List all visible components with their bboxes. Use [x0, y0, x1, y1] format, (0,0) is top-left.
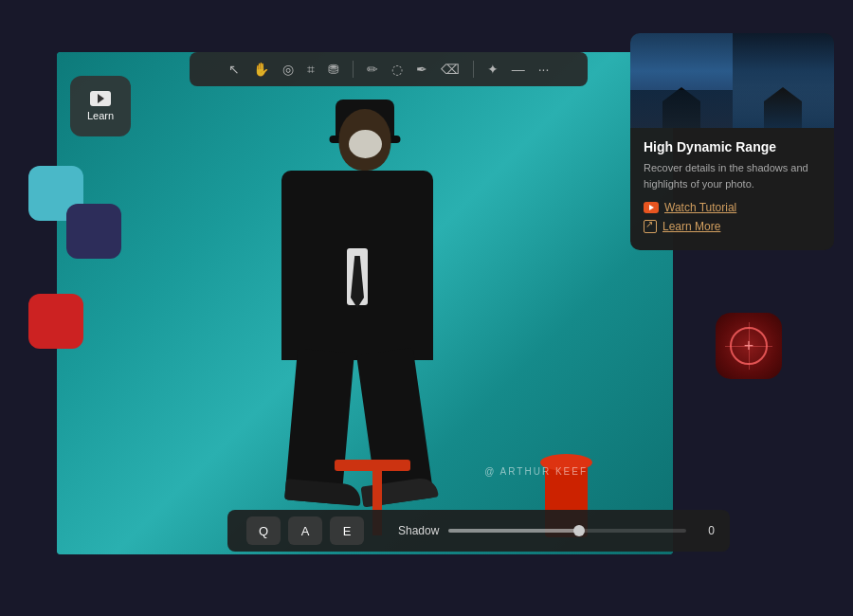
learn-label: Learn	[87, 110, 114, 121]
toolbar-divider-1	[353, 61, 354, 78]
color-swatch-red[interactable]	[28, 294, 83, 349]
shadow-slider-fill	[448, 529, 579, 533]
learn-more-label: Learn More	[662, 220, 720, 233]
play-icon-small	[649, 205, 654, 210]
external-link-icon	[644, 220, 657, 233]
shadow-slider-track[interactable]	[448, 529, 686, 533]
shadow-slider-area: Shadow 0	[390, 524, 730, 537]
hand-tool-icon[interactable]: ✋	[253, 62, 269, 77]
hdr-thumb-after	[733, 33, 835, 128]
watch-tutorial-icon	[644, 202, 659, 213]
hdr-description: Recover details in the shadows and highl…	[644, 160, 821, 191]
shoe-left	[284, 479, 362, 506]
photo-background	[57, 52, 673, 554]
hdr-thumb-before	[630, 33, 733, 128]
shortcuts-bar: Q A E Shadow 0	[227, 510, 730, 552]
color-swatch-navy[interactable]	[66, 204, 121, 259]
shadow-slider-thumb[interactable]	[573, 525, 585, 536]
play-triangle	[98, 94, 104, 103]
toolbar-divider-2	[473, 61, 474, 78]
play-icon	[90, 91, 111, 106]
suit-jacket	[281, 171, 433, 360]
shadow-slider-value: 0	[696, 524, 715, 537]
pen-tool-icon[interactable]: ✒	[416, 62, 427, 77]
hdr-thumbnail	[630, 33, 834, 128]
eraser-tool-icon[interactable]: ⌫	[441, 62, 460, 77]
hdr-title: High Dynamic Range	[644, 139, 821, 154]
radial-tool-icon[interactable]: ◌	[391, 62, 403, 77]
leg-left	[284, 349, 354, 505]
hdr-panel: High Dynamic Range Recover details in th…	[630, 33, 834, 250]
learn-more-link[interactable]: Learn More	[644, 220, 821, 233]
crop-tool-icon[interactable]: ⌗	[307, 62, 315, 78]
select-tool-icon[interactable]: ↖	[228, 62, 240, 77]
shadow-label: Shadow	[398, 524, 439, 537]
key-q[interactable]: Q	[246, 516, 281, 545]
face-paint	[349, 130, 382, 158]
water-reflection-left	[630, 90, 733, 128]
radial-circle: +	[730, 327, 768, 365]
brush-tool-icon[interactable]: ✏	[367, 62, 378, 77]
watch-tutorial-label: Watch Tutorial	[664, 201, 736, 214]
learn-button[interactable]: Learn	[70, 76, 131, 136]
water-reflection-right	[733, 85, 835, 128]
photo-canvas: @ ARTHUR KEEF	[57, 52, 673, 554]
adjustment-tool-icon[interactable]: ✦	[487, 62, 499, 77]
radial-filter-tool[interactable]: +	[716, 313, 782, 379]
radial-plus-icon: +	[744, 337, 754, 354]
head	[339, 109, 391, 171]
line-tool-icon[interactable]: —	[512, 62, 525, 77]
heal-tool-icon[interactable]: ⛃	[328, 62, 339, 77]
hdr-content: High Dynamic Range Recover details in th…	[630, 128, 834, 250]
lasso-tool-icon[interactable]: ◎	[282, 62, 294, 77]
toolbar: ↖ ✋ ◎ ⌗ ⛃ ✏ ◌ ✒ ⌫ ✦ — ···	[190, 52, 588, 86]
shortcut-keys: Q A E	[227, 516, 390, 545]
key-e[interactable]: E	[330, 516, 364, 545]
photo-watermark: @ ARTHUR KEEF	[484, 466, 588, 477]
more-tools-icon[interactable]: ···	[538, 62, 550, 77]
watch-tutorial-link[interactable]: Watch Tutorial	[644, 201, 821, 214]
key-a[interactable]: A	[288, 516, 322, 545]
